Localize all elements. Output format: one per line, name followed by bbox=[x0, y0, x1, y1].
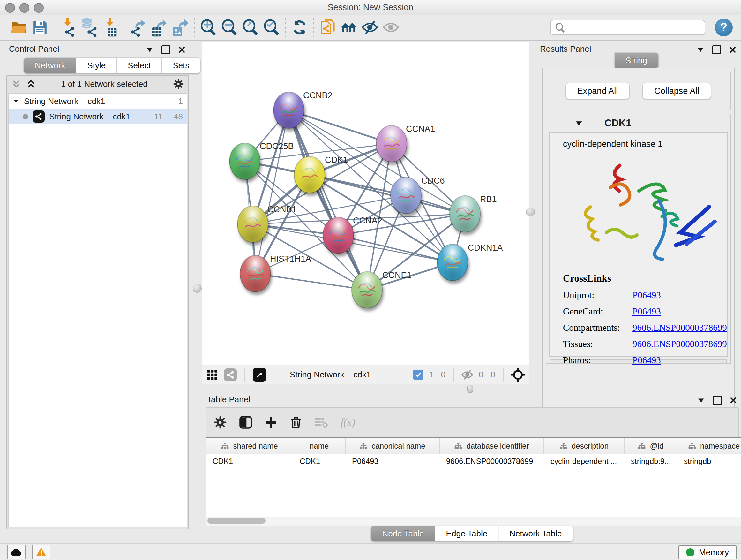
network-graph[interactable]: CCNB2CCNA1CDC25BCDK1CDC6RB1CCNB1CCNA2CDK… bbox=[202, 42, 529, 365]
copy-style-button[interactable] bbox=[317, 17, 338, 38]
network-node-CDC25B[interactable]: CDC25B bbox=[229, 141, 294, 179]
panel-float-icon[interactable] bbox=[161, 45, 171, 54]
network-edge[interactable] bbox=[255, 273, 367, 290]
tab-style[interactable]: Style bbox=[76, 57, 117, 73]
panel-float-icon[interactable] bbox=[713, 396, 722, 405]
save-session-button[interactable] bbox=[29, 17, 51, 38]
table-horizontal-scrollbar[interactable] bbox=[206, 516, 741, 526]
column-header-namespace[interactable]: namespace bbox=[677, 438, 741, 454]
collapse-all-button[interactable]: Collapse All bbox=[643, 83, 711, 99]
panel-menu-icon[interactable] bbox=[697, 396, 705, 405]
network-node-CDKN1A[interactable]: CDKN1A bbox=[437, 243, 503, 281]
network-node-CCNA2[interactable]: CCNA2 bbox=[323, 216, 382, 253]
first-neighbors-button[interactable] bbox=[338, 17, 359, 38]
table-cell[interactable]: stringdb bbox=[677, 454, 741, 469]
network-options-gear-icon[interactable] bbox=[173, 78, 184, 89]
expand-all-button[interactable]: Expand All bbox=[565, 83, 630, 99]
tab-string[interactable]: String bbox=[614, 52, 658, 68]
refresh-view-button[interactable] bbox=[289, 17, 310, 38]
entry-expander-icon[interactable] bbox=[575, 119, 583, 128]
tab-node-table[interactable]: Node Table bbox=[371, 525, 435, 542]
network-collection-row[interactable]: String Network – cdk1 1 bbox=[9, 94, 187, 109]
network-node-CCNE1[interactable]: CCNE1 bbox=[352, 270, 412, 308]
left-splitter-handle[interactable] bbox=[193, 284, 202, 293]
window-minimize-button[interactable] bbox=[19, 3, 29, 13]
panel-close-icon[interactable] bbox=[729, 46, 737, 54]
memory-button[interactable]: Memory bbox=[678, 545, 737, 559]
create-column-icon[interactable] bbox=[265, 416, 277, 429]
panel-float-icon[interactable] bbox=[712, 45, 721, 54]
column-header-shared-name[interactable]: shared name bbox=[206, 438, 293, 454]
show-columns-icon[interactable] bbox=[239, 416, 253, 429]
show-all-button[interactable] bbox=[381, 17, 401, 38]
tab-sets[interactable]: Sets bbox=[162, 57, 200, 73]
zoom-selected-button[interactable] bbox=[261, 17, 282, 38]
table-cell[interactable]: P06493 bbox=[346, 454, 440, 469]
zoom-in-button[interactable] bbox=[198, 17, 219, 38]
table-cell[interactable]: cyclin-dependent ... bbox=[544, 454, 624, 469]
crosslink-link[interactable]: P06493 bbox=[632, 290, 661, 300]
column-header-canonical-name[interactable]: canonical name bbox=[346, 438, 440, 454]
tab-select[interactable]: Select bbox=[117, 57, 162, 73]
panel-close-icon[interactable] bbox=[178, 46, 186, 54]
table-options-gear-icon[interactable] bbox=[213, 416, 227, 429]
network-edge[interactable] bbox=[338, 235, 453, 262]
bottom-splitter-handle[interactable] bbox=[467, 385, 473, 393]
tab-edge-table[interactable]: Edge Table bbox=[435, 525, 499, 542]
warnings-button[interactable] bbox=[32, 545, 51, 559]
column-header-name[interactable]: name bbox=[293, 438, 346, 454]
column-header-description[interactable]: description bbox=[544, 438, 624, 454]
export-network-button[interactable] bbox=[128, 17, 149, 38]
tab-network-table[interactable]: Network Table bbox=[498, 525, 573, 542]
window-close-button[interactable] bbox=[5, 3, 15, 13]
network-edge[interactable] bbox=[289, 110, 392, 144]
right-splitter-handle[interactable] bbox=[526, 207, 535, 216]
scrollbar-thumb[interactable] bbox=[207, 518, 266, 523]
table-cell[interactable]: stringdb:9... bbox=[624, 454, 677, 469]
panel-close-icon[interactable] bbox=[730, 396, 737, 404]
export-image-button[interactable] bbox=[170, 17, 191, 38]
open-session-button[interactable] bbox=[8, 17, 29, 38]
panel-menu-icon[interactable] bbox=[696, 46, 704, 54]
network-node-RB1[interactable]: RB1 bbox=[450, 194, 497, 232]
table-cell[interactable]: CDK1 bbox=[206, 454, 293, 469]
search-input[interactable] bbox=[550, 20, 705, 35]
table-cell[interactable]: CDK1 bbox=[293, 454, 346, 469]
delete-column-icon[interactable] bbox=[289, 416, 302, 429]
import-network-from-file-button[interactable] bbox=[57, 17, 78, 38]
expand-all-networks-icon[interactable] bbox=[26, 79, 36, 89]
crosslink-label: Pharos: bbox=[563, 355, 632, 366]
zoom-out-button[interactable] bbox=[219, 17, 240, 38]
import-network-from-database-button[interactable] bbox=[78, 17, 99, 38]
selected-items-checkbox[interactable] bbox=[413, 370, 423, 380]
open-in-window-icon[interactable] bbox=[253, 368, 266, 381]
hide-selected-button[interactable] bbox=[359, 17, 381, 38]
crosslink-link[interactable]: 9606.ENSP00000378699 bbox=[632, 339, 727, 349]
window-zoom-button[interactable] bbox=[34, 3, 44, 13]
network-node-CDC6[interactable]: CDC6 bbox=[391, 176, 445, 213]
network-node-CCNA1[interactable]: CCNA1 bbox=[376, 124, 435, 162]
table-cell[interactable]: 9606.ENSP00000378699 bbox=[440, 454, 544, 469]
collection-expander-icon[interactable] bbox=[12, 98, 19, 105]
crosslink-link[interactable]: P06493 bbox=[632, 355, 661, 366]
birds-eye-view-icon[interactable] bbox=[206, 369, 218, 381]
help-button[interactable]: ? bbox=[715, 18, 733, 37]
column-header-database-identifier[interactable]: database identifier bbox=[440, 438, 544, 454]
crosslink-link[interactable]: 9606.ENSP00000378699 bbox=[632, 322, 727, 333]
node-label: CCNA1 bbox=[406, 124, 435, 134]
crosslink-link[interactable]: P06493 bbox=[632, 306, 661, 317]
table-row[interactable]: CDK1CDK1P064939606.ENSP00000378699cyclin… bbox=[206, 454, 741, 469]
export-table-button[interactable] bbox=[149, 17, 170, 38]
cloud-status-button[interactable] bbox=[7, 545, 25, 559]
tab-network[interactable]: Network bbox=[23, 57, 76, 73]
collapse-all-networks-icon[interactable] bbox=[11, 79, 21, 89]
hidden-items-icon[interactable] bbox=[461, 370, 473, 380]
control-panel-title: Control Panel bbox=[9, 44, 59, 54]
import-table-from-file-button[interactable] bbox=[99, 17, 121, 38]
fit-content-button[interactable] bbox=[240, 17, 261, 38]
network-node-HIST1H1A[interactable]: HIST1H1A bbox=[240, 254, 311, 292]
network-row[interactable]: String Network – cdk1 11 48 bbox=[9, 109, 187, 124]
fit-selected-crosshair-icon[interactable] bbox=[511, 368, 525, 381]
panel-menu-icon[interactable] bbox=[145, 46, 154, 54]
column-header-@id[interactable]: @id bbox=[624, 438, 677, 454]
